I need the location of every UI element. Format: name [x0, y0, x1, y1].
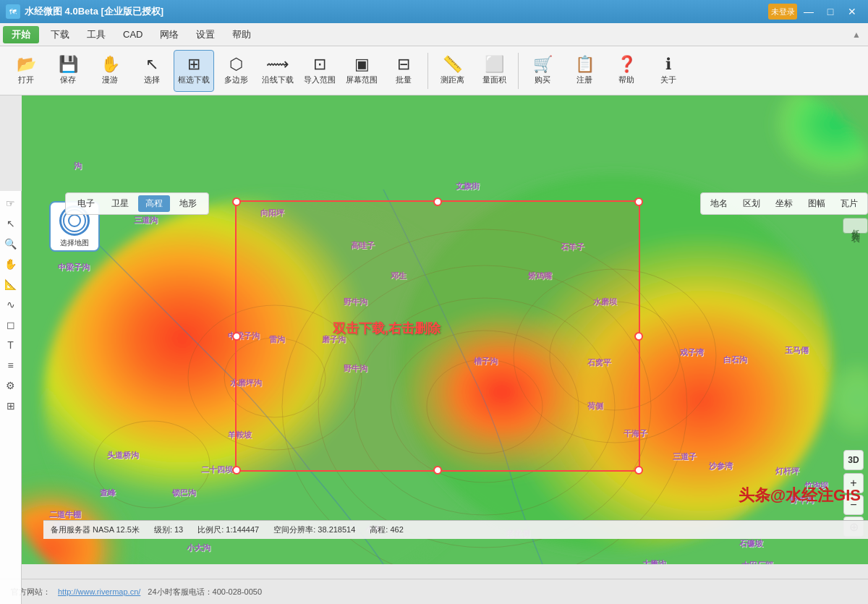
start-menu-button[interactable]: 开始	[3, 26, 39, 43]
map-type-terrain[interactable]: 地形	[172, 195, 204, 212]
menu-cad[interactable]: CAD	[114, 26, 151, 43]
status-level: 级别: 13	[154, 524, 183, 535]
line-download-icon: ⟿	[266, 56, 289, 72]
tool-line-download[interactable]: ⟿ 沿线下载	[258, 50, 298, 92]
menu-help[interactable]: 帮助	[224, 25, 260, 44]
map-label-daqinggou: 大箐沟	[642, 558, 666, 564]
sidebar-tool-pan2[interactable]: ✋	[1, 255, 20, 273]
maximize-button[interactable]: □	[820, 4, 841, 20]
map-label-erdaoniupeng: 二道牛棚	[49, 509, 81, 520]
footer-url[interactable]: http://www.rivermap.cn/	[58, 587, 140, 596]
sidebar-tool-grid[interactable]: ⊞	[1, 396, 20, 415]
map-container[interactable]: 双击下载,右击删除 文旗街 向阳坪 三道沟 高哇子 石羊子 邓生 矫鸡嘴 野牛沟…	[22, 95, 868, 564]
tool-line-download-label: 沿线下载	[262, 75, 294, 85]
measure-area-icon: ⬜	[485, 56, 504, 72]
tool-measure-area[interactable]: ⬜ 量面积	[474, 50, 514, 92]
tool-batch[interactable]: ⊟ 批量	[383, 50, 424, 92]
menu-expand-icon[interactable]: ▲	[848, 26, 865, 43]
title-bar: 🗺 水经微图 4.0Beta [企业版已授权] 未登录 — □ ✕	[0, 0, 868, 23]
tool-open-label: 打开	[18, 75, 34, 85]
map-type-elevation[interactable]: 高程	[138, 195, 170, 212]
login-button[interactable]: 未登录	[768, 4, 797, 20]
map-label-denggangping: 灯杆坪	[775, 466, 799, 477]
map-label-wenjijie: 文旗街	[456, 181, 480, 192]
tool-screen-range-label: 屏幕范围	[346, 75, 378, 85]
sidebar-tool-text[interactable]: T	[1, 336, 20, 354]
map-label-sandaozi: 三道子	[673, 451, 697, 462]
map-label-gaowazi: 高哇子	[351, 240, 375, 251]
sidebar-tool-finger[interactable]: ☞	[1, 194, 20, 213]
tool-open[interactable]: 📂 打开	[6, 50, 46, 92]
right-panel: 地名 区划 坐标 图幅 瓦片 任务列表	[700, 192, 868, 234]
map-label-yumaxian: 玉马僊	[785, 345, 809, 356]
sidebar-tool-settings2[interactable]: ⚙	[1, 376, 20, 395]
map-label-leigou: 雷沟	[269, 334, 285, 345]
geo-tab-tile[interactable]: 瓦片	[833, 195, 865, 212]
geo-tabs: 地名 区划 坐标 图幅 瓦片	[700, 192, 868, 215]
menu-settings[interactable]: 设置	[187, 25, 224, 44]
sidebar-tool-zoom-in[interactable]: 🔍	[1, 234, 20, 253]
tool-import-range-label: 导入范围	[304, 75, 336, 85]
tool-box-download[interactable]: ⊞ 框选下载	[174, 50, 214, 92]
map-label-sandaogou: 三道沟	[134, 215, 158, 226]
geo-tab-coord[interactable]: 坐标	[768, 195, 800, 212]
menu-network[interactable]: 网络	[151, 25, 187, 44]
sidebar-tool-line[interactable]: 📐	[1, 275, 20, 294]
left-sidebar: ☞ ↖ 🔍 ✋ 📐 ∿ ◻ T ≡ ⚙ ⊞	[0, 191, 22, 604]
tool-select[interactable]: ↖ 选择	[132, 50, 172, 92]
tool-screen-range[interactable]: ▣ 屏幕范围	[341, 50, 382, 92]
sidebar-tool-layers[interactable]: ≡	[1, 356, 20, 375]
tool-box-download-label: 框选下载	[178, 75, 210, 85]
open-icon: 📂	[17, 56, 36, 72]
map-type-satellite[interactable]: 卫星	[104, 195, 136, 212]
map-label-heice: 荷侧	[587, 401, 603, 412]
minimize-button[interactable]: —	[799, 4, 819, 20]
menu-bar: 开始 下载 工具 CAD 网络 设置 帮助 ▲	[0, 23, 868, 46]
select-icon: ↖	[145, 56, 158, 72]
sidebar-tool-area2[interactable]: ◻	[1, 315, 20, 334]
tool-register[interactable]: 📋 注册	[564, 50, 605, 92]
download-hint: 双击下载,右击删除	[333, 320, 441, 337]
tool-pan[interactable]: ✋ 漫游	[90, 50, 130, 92]
tool-measure-area-label: 量面积	[482, 75, 506, 85]
map-label-shiyangzi: 石羊子	[561, 242, 584, 252]
tool-about[interactable]: ℹ 关于	[648, 50, 689, 92]
geo-tab-place[interactable]: 地名	[703, 195, 735, 212]
tool-register-label: 注册	[576, 75, 592, 85]
geo-tab-mapframe[interactable]: 图幅	[801, 195, 833, 212]
tool-pan-label: 漫游	[102, 75, 118, 85]
sidebar-tool-cursor[interactable]: ↖	[1, 214, 20, 233]
map-label-shuimoba: 水磨坝	[593, 297, 617, 307]
map-label-datianchangbu: 大田厂部	[741, 560, 773, 564]
map-label-caozigou: 槽子沟	[474, 356, 498, 367]
tool-save[interactable]: 💾 保存	[48, 50, 88, 92]
register-icon: 📋	[575, 56, 595, 72]
tool-polygon[interactable]: ⬡ 多边形	[216, 50, 256, 92]
map-label-zhongliangzigou: 中梁子沟	[228, 331, 260, 341]
map-label-yeniugou1: 野牛沟	[344, 297, 367, 307]
sidebar-tool-measure2[interactable]: ∿	[1, 295, 20, 314]
map-label-dengsheng: 邓生	[391, 271, 407, 281]
map-type-electric[interactable]: 电子	[70, 195, 102, 212]
map-label-zhafeng: 查峰	[100, 488, 116, 498]
tool-measure-dist-label: 测距离	[441, 75, 464, 85]
task-list-button[interactable]: 任务列表	[843, 218, 868, 234]
title-controls: 未登录 — □ ✕	[768, 4, 862, 20]
map-label-xizwan: 戏子湾	[680, 347, 704, 358]
map-label-yeniugou2: 野牛沟	[344, 363, 367, 374]
tool-about-label: 关于	[660, 75, 676, 85]
tool-import-range[interactable]: ⊡ 导入范围	[299, 50, 340, 92]
menu-tools[interactable]: 工具	[78, 25, 114, 44]
toolbar-separator-1	[427, 53, 428, 89]
geo-tab-division[interactable]: 区划	[736, 195, 767, 212]
status-elevation: 高程: 462	[370, 524, 403, 535]
footer-bar: 官方网站： http://www.rivermap.cn/ 24小时客服电话：4…	[0, 579, 868, 604]
3d-button[interactable]: 3D	[843, 450, 864, 470]
tool-help[interactable]: ❓ 帮助	[606, 50, 647, 92]
tool-buy[interactable]: 🛒 购买	[522, 50, 563, 92]
tool-measure-dist[interactable]: 📏 测距离	[432, 50, 472, 92]
map-label-shilianpo: 石镰坡	[739, 538, 763, 549]
menu-download[interactable]: 下载	[42, 25, 78, 44]
title-left: 🗺 水经微图 4.0Beta [企业版已授权]	[6, 4, 163, 19]
close-button[interactable]: ✕	[842, 4, 862, 20]
